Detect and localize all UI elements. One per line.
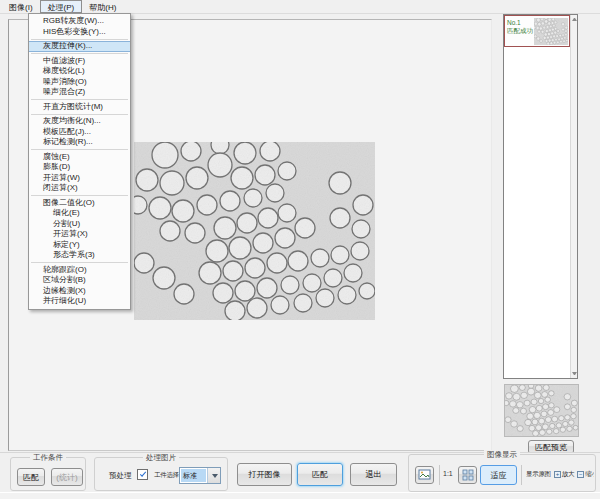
- menu-item[interactable]: 开运算(X): [29, 229, 130, 240]
- open-image-button[interactable]: 打开图像: [237, 463, 292, 486]
- menu-item[interactable]: 图像二值化(O): [29, 198, 130, 209]
- menu-item[interactable]: 中值滤波(F): [29, 56, 130, 67]
- scroll-up-icon[interactable]: [572, 18, 577, 21]
- work-condition-label: 工作条件: [30, 453, 66, 463]
- menu-item[interactable]: 形态学系(3): [29, 250, 130, 261]
- menu-item[interactable]: 并行细化(U): [29, 296, 130, 307]
- menu-item[interactable]: 细化(E): [29, 208, 130, 219]
- combobox-arrow-icon[interactable]: [207, 468, 220, 483]
- menu-separator: [31, 39, 128, 40]
- menu-item[interactable]: 灰度均衡化(N)...: [29, 116, 130, 127]
- display-option[interactable]: +放大: [554, 470, 574, 479]
- exit-button[interactable]: 退出: [350, 463, 397, 486]
- menu-item[interactable]: 标定(Y): [29, 240, 130, 251]
- menu-item[interactable]: 闭运算(X): [29, 183, 130, 194]
- status-bar: [0, 492, 600, 499]
- menu-item[interactable]: 区域分割(B): [29, 275, 130, 286]
- menu-help[interactable]: 帮助(H): [82, 0, 123, 13]
- display-option-label: 缩小: [585, 470, 594, 479]
- display-option[interactable]: 显示原图: [526, 470, 551, 479]
- process-dropdown-menu: RGB转灰度(W)...HIS色彩变换(Y)...灰度拉伸(K)...中值滤波(…: [28, 13, 131, 310]
- work-stat-button[interactable]: (统计): [51, 468, 83, 486]
- display-option-label: 放大: [562, 470, 574, 479]
- menu-item[interactable]: 灰度拉伸(K)...: [29, 41, 130, 52]
- full-image-preview-thumbnail[interactable]: [504, 384, 579, 437]
- combobox-value: 标准: [181, 469, 206, 482]
- result-number: No.1: [507, 19, 535, 27]
- menu-bar: 图像(I) 处理(P) 帮助(H): [0, 0, 600, 14]
- app-window: { "menubar": { "items": ["图像(I)", "处理(P)…: [0, 0, 600, 499]
- process-image-label: 处理图片: [143, 453, 179, 463]
- micrograph-image: [134, 142, 375, 320]
- menu-item[interactable]: 标记检测(R)...: [29, 137, 130, 148]
- display-option-icon: −: [577, 471, 584, 478]
- display-options: 显示原图+放大−缩小·复位: [526, 470, 594, 479]
- toolbar-separator: [521, 465, 522, 485]
- bottom-toolbar: 工作条件 匹配 (统计) 处理图片 预处理 工件选择 标准 打开图像 匹配 退出…: [0, 452, 600, 492]
- grid-view-button[interactable]: [458, 466, 477, 484]
- zoom-ratio-label: 1:1: [443, 470, 453, 477]
- menu-item[interactable]: 腐蚀(E): [29, 152, 130, 163]
- menu-separator: [31, 262, 128, 263]
- menu-separator: [31, 99, 128, 100]
- menu-item[interactable]: 模板匹配(J)...: [29, 127, 130, 138]
- work-condition-group: 工作条件 匹配 (统计): [10, 457, 86, 491]
- menu-item[interactable]: 噪声混合(Z): [29, 87, 130, 98]
- menu-item[interactable]: 噪声消除(O): [29, 77, 130, 88]
- check-icon: [140, 470, 146, 476]
- fit-view-button[interactable]: 适应: [480, 465, 517, 485]
- preprocess-label: 预处理: [109, 471, 132, 481]
- result-list-item[interactable]: No.1 匹配成功: [504, 15, 570, 47]
- display-option-icon: +: [554, 471, 561, 478]
- preprocess-checkbox[interactable]: [137, 469, 148, 480]
- results-scrollbar[interactable]: [570, 15, 577, 378]
- menu-item[interactable]: 梯度锐化(L): [29, 66, 130, 77]
- menu-separator: [31, 149, 128, 150]
- menu-image[interactable]: 图像(I): [2, 0, 40, 13]
- menu-process[interactable]: 处理(P): [40, 0, 83, 13]
- grid-icon: [462, 469, 474, 481]
- picture-icon: [418, 469, 431, 481]
- result-thumbnail: [534, 18, 568, 45]
- display-option-label: 显示原图: [526, 470, 551, 479]
- display-option[interactable]: −缩小: [577, 470, 594, 479]
- menu-item[interactable]: 分割(U): [29, 219, 130, 230]
- scroll-down-icon[interactable]: [572, 372, 577, 375]
- menu-item[interactable]: 开运算(W): [29, 173, 130, 184]
- menu-item[interactable]: 膨胀(D): [29, 162, 130, 173]
- menu-item[interactable]: HIS色彩变换(Y)...: [29, 27, 130, 38]
- process-image-group: 处理图片 预处理 工件选择 标准: [94, 457, 228, 491]
- zoom-out-button[interactable]: [415, 466, 434, 484]
- match-results-list[interactable]: No.1 匹配成功: [503, 14, 578, 379]
- work-match-button[interactable]: 匹配: [17, 468, 45, 486]
- menu-item[interactable]: RGB转灰度(W)...: [29, 16, 130, 27]
- menu-item[interactable]: 开直方图统计(M): [29, 102, 130, 113]
- image-display-label: 图像显示: [484, 450, 520, 460]
- menu-separator: [31, 53, 128, 54]
- menu-separator: [31, 114, 128, 115]
- result-status: 匹配成功: [507, 27, 535, 35]
- image-display-group: 图像显示 1:1 适应 显示原图+放大−缩小·复位: [408, 454, 596, 492]
- result-item-label: No.1 匹配成功: [505, 16, 535, 46]
- match-button[interactable]: 匹配: [297, 463, 343, 486]
- menu-item[interactable]: 边缘检测(X): [29, 286, 130, 297]
- workpiece-combobox[interactable]: 标准: [179, 467, 221, 484]
- toolbar-separator: [439, 465, 440, 485]
- menu-separator: [31, 195, 128, 196]
- menu-item[interactable]: 轮廓跟踪(O): [29, 265, 130, 276]
- workpiece-select-label: 工件选择: [154, 471, 179, 480]
